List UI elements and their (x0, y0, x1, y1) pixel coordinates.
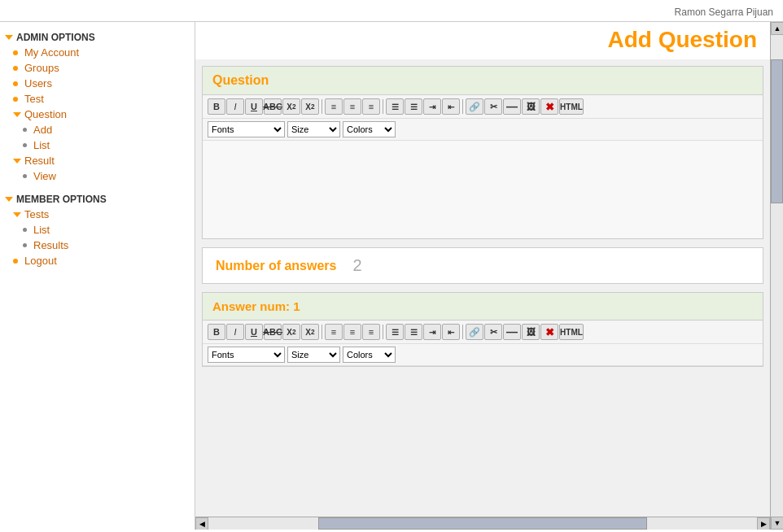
triangle-down-icon (13, 159, 21, 164)
bullet-icon (13, 66, 18, 71)
answer1-unordered-list-button[interactable]: ☰ (405, 324, 422, 340)
align-center-button[interactable]: ≡ (343, 98, 361, 115)
question-toolbar-row2: Fonts Size Colors (203, 119, 763, 141)
scroll-down-button[interactable]: ▼ (771, 517, 783, 530)
answer1-toolbar-row1: B I U ABC X2 X2 ≡ ≡ ≡ ☰ ☰ (203, 321, 763, 344)
admin-section-title: ADMIN OPTIONS (0, 28, 195, 45)
answer1-subscript-button[interactable]: X2 (282, 324, 300, 340)
member-triangle-icon (5, 197, 13, 202)
sidebar-item-view[interactable]: View (0, 168, 195, 184)
num-answers-section: Number of answers 2 (202, 247, 763, 284)
superscript-button[interactable]: X2 (301, 98, 319, 115)
num-answers-label: Number of answers (216, 259, 336, 273)
v-scroll-track[interactable] (771, 35, 783, 517)
strikethrough-button[interactable]: ABC (264, 98, 282, 115)
answer1-link-button[interactable]: 🔗 (466, 324, 483, 340)
answer1-underline-button[interactable]: U (245, 324, 263, 340)
main-content: Question B I U ABC X2 X2 ≡ ≡ (195, 59, 770, 517)
answer1-align-right-button[interactable]: ≡ (362, 324, 380, 340)
underline-button[interactable]: U (245, 98, 263, 115)
colors-select[interactable]: Colors (343, 121, 396, 137)
page-title-bar: Add Question (195, 22, 770, 59)
unlink-button[interactable]: ✂ (484, 98, 502, 115)
username: Ramon Segarra Pijuan (675, 7, 773, 18)
hr-button[interactable]: — (503, 98, 521, 115)
horizontal-scrollbar[interactable]: ◀ ▶ (195, 517, 770, 530)
question-editor-area[interactable] (203, 141, 763, 238)
v-scroll-thumb[interactable] (771, 59, 783, 204)
bold-button[interactable]: B (208, 98, 225, 115)
answer1-hr-button[interactable]: — (503, 324, 521, 340)
answer1-colors-select[interactable]: Colors (343, 347, 396, 363)
h-scroll-track[interactable] (208, 517, 757, 530)
answer1-align-left-button[interactable]: ≡ (325, 324, 343, 340)
align-right-button[interactable]: ≡ (362, 98, 380, 115)
answer1-outdent-button[interactable]: ⇤ (442, 324, 460, 340)
sidebar-label-myaccount: My Account (24, 46, 79, 59)
bullet-icon (13, 81, 18, 86)
sidebar-item-tests-list[interactable]: List (0, 222, 195, 238)
answer1-bold-button[interactable]: B (208, 324, 225, 340)
page-title: Add Question (208, 27, 757, 53)
answer1-html-button[interactable]: HTML (559, 324, 584, 340)
sidebar-item-question[interactable]: Question (0, 107, 195, 122)
bullet-icon (13, 97, 18, 102)
html-button[interactable]: HTML (559, 98, 584, 115)
sidebar-item-logout[interactable]: Logout (0, 253, 195, 268)
admin-triangle-icon (5, 35, 13, 40)
answer1-italic-button[interactable]: I (226, 324, 244, 340)
answer1-toolbar-sep2 (383, 325, 383, 339)
answer1-strikethrough-button[interactable]: ABC (264, 324, 282, 340)
admin-section-label: ADMIN OPTIONS (16, 32, 95, 43)
vertical-scrollbar[interactable]: ▲ ▼ (770, 22, 783, 530)
answer1-size-select[interactable]: Size (287, 347, 340, 363)
sidebar-item-question-add[interactable]: Add (0, 122, 195, 137)
sidebar-item-tests[interactable]: Tests (0, 207, 195, 222)
sidebar-item-myaccount[interactable]: My Account (0, 45, 195, 60)
image-button[interactable]: 🖼 (522, 98, 540, 115)
italic-button[interactable]: I (226, 98, 244, 115)
fonts-select[interactable]: Fonts (208, 121, 285, 137)
answer1-fonts-select[interactable]: Fonts (208, 347, 285, 363)
sidebar-label-groups: Groups (24, 62, 59, 74)
question-toolbar-row1: B I U ABC X2 X2 ≡ ≡ ≡ ☰ ☰ (203, 95, 763, 119)
member-section-label: MEMBER OPTIONS (16, 194, 107, 205)
bullet-sm-icon (23, 228, 27, 232)
link-button[interactable]: 🔗 (466, 98, 483, 115)
answer1-superscript-button[interactable]: X2 (301, 324, 319, 340)
sidebar-item-result[interactable]: Result (0, 153, 195, 168)
subscript-button[interactable]: X2 (282, 98, 300, 115)
ordered-list-button[interactable]: ☰ (386, 98, 404, 115)
bullet-sm-icon (23, 128, 27, 132)
sidebar-label-view: View (33, 170, 56, 182)
answer1-unlink-button[interactable]: ✂ (484, 324, 502, 340)
size-select[interactable]: Size (287, 121, 340, 137)
sidebar-label-add: Add (33, 124, 52, 136)
sidebar-item-users[interactable]: Users (0, 76, 195, 91)
unordered-list-button[interactable]: ☰ (405, 98, 422, 115)
sidebar-label-tests: Tests (24, 208, 49, 220)
question-title-label: Question (212, 73, 269, 87)
answer1-image-button[interactable]: 🖼 (522, 324, 540, 340)
indent-button[interactable]: ⇥ (423, 98, 441, 115)
align-left-button[interactable]: ≡ (325, 98, 343, 115)
remove-button[interactable]: ✖ (540, 98, 558, 115)
outdent-button[interactable]: ⇤ (442, 98, 460, 115)
scroll-right-button[interactable]: ▶ (757, 517, 770, 530)
sidebar-label-users: Users (24, 77, 52, 89)
sidebar-item-question-list[interactable]: List (0, 137, 195, 153)
sidebar-label-question: Question (24, 108, 67, 120)
answer1-align-center-button[interactable]: ≡ (343, 324, 361, 340)
h-scroll-thumb[interactable] (318, 517, 647, 530)
scroll-left-button[interactable]: ◀ (195, 517, 208, 530)
answer1-header: Answer num: 1 (203, 293, 763, 321)
sidebar-item-results[interactable]: Results (0, 238, 195, 253)
sidebar-label-tests-list: List (33, 224, 50, 236)
sidebar-item-test[interactable]: Test (0, 91, 195, 107)
sidebar-item-groups[interactable]: Groups (0, 60, 195, 76)
bullet-icon (13, 259, 18, 264)
answer1-indent-button[interactable]: ⇥ (423, 324, 441, 340)
scroll-up-button[interactable]: ▲ (771, 22, 783, 35)
answer1-remove-button[interactable]: ✖ (540, 324, 558, 340)
answer1-ordered-list-button[interactable]: ☰ (386, 324, 404, 340)
